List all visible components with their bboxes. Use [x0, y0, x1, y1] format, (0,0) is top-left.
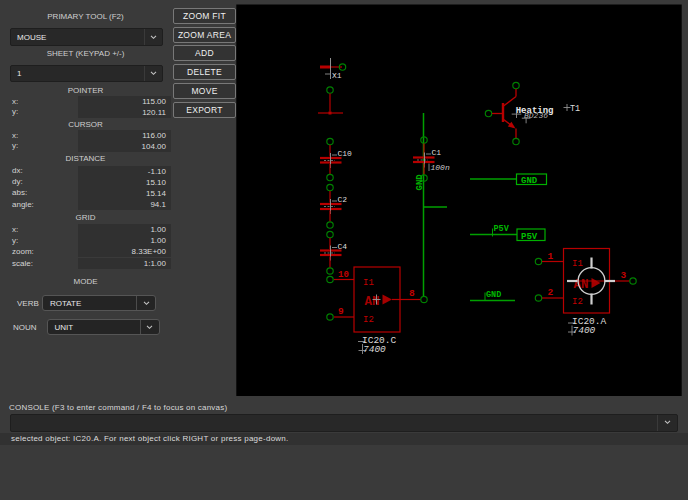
svg-text:I1: I1: [363, 278, 374, 288]
svg-text:100n: 100n: [431, 163, 450, 172]
svg-text:10: 10: [338, 270, 349, 280]
svg-text:P5V: P5V: [521, 232, 538, 242]
svg-text:C10: C10: [338, 149, 353, 158]
svg-text:I1: I1: [572, 259, 583, 269]
svg-text:P5V: P5V: [494, 224, 510, 234]
svg-text:GND: GND: [486, 290, 501, 300]
svg-text:2: 2: [548, 287, 554, 298]
svg-text:C2: C2: [338, 195, 348, 204]
svg-text:C4: C4: [338, 242, 348, 251]
svg-text:GND: GND: [415, 174, 425, 191]
svg-text:3: 3: [621, 270, 627, 281]
svg-text:T1: T1: [570, 104, 580, 114]
svg-text:I2: I2: [572, 297, 583, 307]
svg-text:9: 9: [338, 306, 344, 317]
svg-text:1: 1: [548, 251, 554, 262]
svg-text:AN: AN: [365, 295, 380, 309]
svg-text:7400: 7400: [363, 344, 386, 355]
svg-text:I2: I2: [363, 315, 374, 325]
svg-text:X1: X1: [332, 71, 342, 80]
svg-text:8: 8: [409, 288, 415, 299]
svg-text:7400: 7400: [573, 325, 596, 336]
svg-text:C1: C1: [432, 148, 442, 157]
svg-text:GND: GND: [521, 176, 538, 186]
